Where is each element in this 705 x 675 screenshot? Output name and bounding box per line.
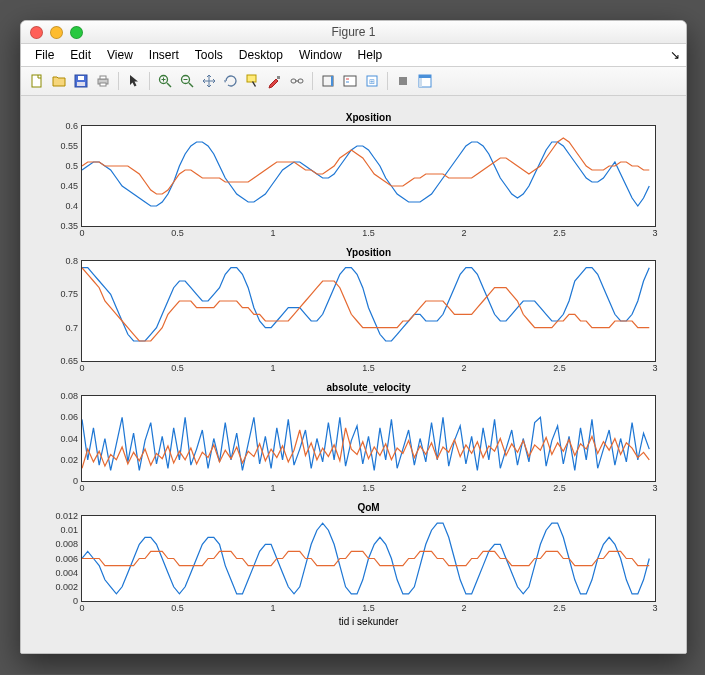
series-s1: [82, 417, 649, 470]
ytick: 0.08: [60, 391, 78, 401]
colorbar-icon[interactable]: [318, 71, 338, 91]
minimize-icon[interactable]: [50, 26, 63, 39]
plot-axes[interactable]: 0.350.40.450.50.550.600.511.522.53: [81, 125, 656, 227]
xtick: 0.5: [171, 603, 184, 613]
menu-tools[interactable]: Tools: [187, 46, 231, 64]
chart-title: Yposition: [81, 247, 656, 258]
series-s1: [82, 268, 649, 341]
chart-title: QoM: [81, 502, 656, 513]
xtick: 2.5: [553, 603, 566, 613]
ytick: 0.6: [65, 121, 78, 131]
menu-corner-icon[interactable]: ↘: [670, 48, 680, 62]
svg-rect-14: [247, 75, 256, 82]
brush-icon[interactable]: [265, 71, 285, 91]
xtick: 2.5: [553, 228, 566, 238]
subplot-Xposition: Xposition0.350.40.450.50.550.600.511.522…: [81, 112, 656, 241]
svg-line-12: [189, 83, 193, 87]
datatip-icon[interactable]: [243, 71, 263, 91]
hide-tools-icon[interactable]: [393, 71, 413, 91]
axes-icon[interactable]: ⊞: [362, 71, 382, 91]
xtick: 0.5: [171, 228, 184, 238]
xlabel: tid i sekunder: [81, 616, 656, 627]
xtick: 1.5: [362, 483, 375, 493]
xtick: 1: [270, 363, 275, 373]
ytick: 0.004: [55, 568, 78, 578]
menu-edit[interactable]: Edit: [62, 46, 99, 64]
pointer-icon[interactable]: [124, 71, 144, 91]
xtick: 3: [652, 363, 657, 373]
toolbar: ⊞: [21, 67, 686, 96]
xtick: 2: [461, 483, 466, 493]
ytick: 0.5: [65, 161, 78, 171]
chart-title: absolute_velocity: [81, 382, 656, 393]
open-icon[interactable]: [49, 71, 69, 91]
xtick: 2: [461, 363, 466, 373]
xtick: 0: [79, 228, 84, 238]
svg-rect-5: [100, 76, 106, 79]
xtick: 3: [652, 603, 657, 613]
svg-rect-20: [331, 76, 333, 86]
svg-rect-6: [100, 83, 106, 86]
series-s2: [82, 551, 649, 565]
svg-rect-3: [77, 82, 85, 86]
ytick: 0.012: [55, 511, 78, 521]
zoom-out-icon[interactable]: [177, 71, 197, 91]
xtick: 1.5: [362, 603, 375, 613]
new-figure-icon[interactable]: [27, 71, 47, 91]
ytick: 0.55: [60, 141, 78, 151]
pan-icon[interactable]: [199, 71, 219, 91]
ytick: 0.04: [60, 434, 78, 444]
print-icon[interactable]: [93, 71, 113, 91]
ytick: 0.35: [60, 221, 78, 231]
ytick: 0.01: [60, 525, 78, 535]
ytick: 0.006: [55, 554, 78, 564]
plot-axes[interactable]: 00.0020.0040.0060.0080.010.01200.511.522…: [81, 515, 656, 602]
show-plottools-icon[interactable]: [415, 71, 435, 91]
svg-rect-28: [419, 75, 431, 78]
ytick: 0.65: [60, 356, 78, 366]
legend-icon[interactable]: [340, 71, 360, 91]
xtick: 1: [270, 228, 275, 238]
ytick: 0.06: [60, 412, 78, 422]
menu-window[interactable]: Window: [291, 46, 350, 64]
menu-help[interactable]: Help: [350, 46, 391, 64]
menu-desktop[interactable]: Desktop: [231, 46, 291, 64]
svg-line-8: [167, 83, 171, 87]
xtick: 1: [270, 483, 275, 493]
xtick: 3: [652, 228, 657, 238]
xtick: 2: [461, 603, 466, 613]
xtick: 3: [652, 483, 657, 493]
rotate-icon[interactable]: [221, 71, 241, 91]
link-icon[interactable]: [287, 71, 307, 91]
menubar: File Edit View Insert Tools Desktop Wind…: [21, 44, 686, 67]
subplot-absolute_velocity: absolute_velocity00.020.040.060.0800.511…: [81, 382, 656, 496]
svg-rect-29: [419, 78, 422, 87]
save-icon[interactable]: [71, 71, 91, 91]
menu-insert[interactable]: Insert: [141, 46, 187, 64]
plot-axes[interactable]: 00.020.040.060.0800.511.522.53: [81, 395, 656, 482]
figure-window: Figure 1 File Edit View Insert Tools Des…: [20, 20, 687, 654]
zoom-in-icon[interactable]: [155, 71, 175, 91]
ytick: 0: [73, 596, 78, 606]
svg-rect-21: [344, 76, 356, 86]
plot-axes[interactable]: 0.650.70.750.800.511.522.53: [81, 260, 656, 362]
xtick: 1: [270, 603, 275, 613]
ytick: 0.002: [55, 582, 78, 592]
close-icon[interactable]: [30, 26, 43, 39]
xtick: 0.5: [171, 363, 184, 373]
xtick: 0: [79, 363, 84, 373]
ytick: 0: [73, 476, 78, 486]
chart-title: Xposition: [81, 112, 656, 123]
menu-file[interactable]: File: [27, 46, 62, 64]
ytick: 0.02: [60, 455, 78, 465]
xtick: 1.5: [362, 363, 375, 373]
figure-area: Xposition0.350.40.450.50.550.600.511.522…: [21, 96, 686, 653]
ytick: 0.45: [60, 181, 78, 191]
xtick: 2.5: [553, 483, 566, 493]
menu-view[interactable]: View: [99, 46, 141, 64]
xtick: 0: [79, 603, 84, 613]
xtick: 2: [461, 228, 466, 238]
ytick: 0.4: [65, 201, 78, 211]
zoom-icon[interactable]: [70, 26, 83, 39]
svg-rect-0: [32, 75, 41, 87]
